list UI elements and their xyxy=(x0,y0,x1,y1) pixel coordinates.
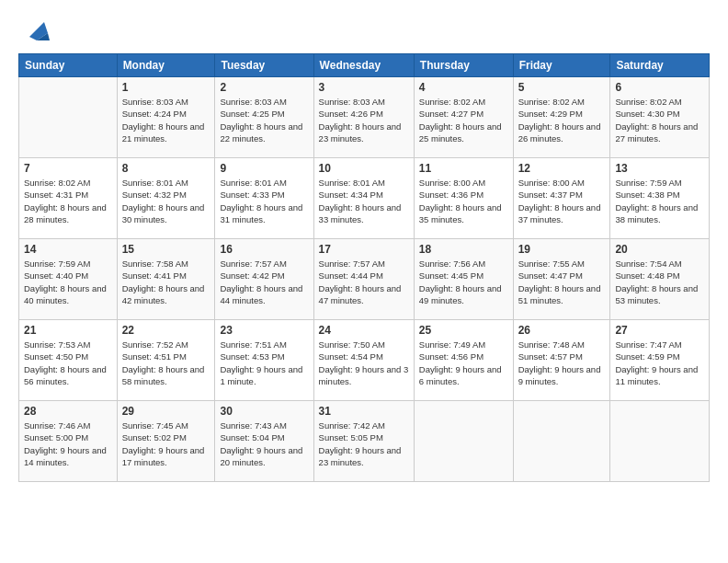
calendar-cell: 8Sunrise: 8:01 AMSunset: 4:32 PMDaylight… xyxy=(117,158,215,239)
calendar-cell: 5Sunrise: 8:02 AMSunset: 4:29 PMDaylight… xyxy=(513,77,610,158)
calendar-cell: 30Sunrise: 7:43 AMSunset: 5:04 PMDayligh… xyxy=(215,401,313,482)
calendar-cell: 26Sunrise: 7:48 AMSunset: 4:57 PMDayligh… xyxy=(513,320,610,401)
calendar-table: SundayMondayTuesdayWednesdayThursdayFrid… xyxy=(18,53,710,482)
weekday-header-thursday: Thursday xyxy=(414,54,513,77)
weekday-header-saturday: Saturday xyxy=(610,54,710,77)
day-info: Sunrise: 7:46 AMSunset: 5:00 PMDaylight:… xyxy=(24,419,112,468)
day-info: Sunrise: 8:02 AMSunset: 4:27 PMDaylight:… xyxy=(419,96,508,144)
day-info: Sunrise: 8:01 AMSunset: 4:33 PMDaylight:… xyxy=(220,177,308,225)
day-info: Sunrise: 7:54 AMSunset: 4:48 PMDaylight:… xyxy=(615,258,704,306)
calendar-cell: 12Sunrise: 8:00 AMSunset: 4:37 PMDayligh… xyxy=(513,158,610,239)
weekday-header-tuesday: Tuesday xyxy=(215,54,313,77)
day-number: 24 xyxy=(319,324,409,337)
day-number: 8 xyxy=(122,162,210,175)
day-number: 30 xyxy=(220,405,308,418)
calendar-cell: 15Sunrise: 7:58 AMSunset: 4:41 PMDayligh… xyxy=(117,239,215,320)
day-number: 6 xyxy=(615,81,704,94)
day-info: Sunrise: 7:50 AMSunset: 4:54 PMDaylight:… xyxy=(319,339,409,387)
day-number: 16 xyxy=(220,243,308,256)
day-info: Sunrise: 8:01 AMSunset: 4:32 PMDaylight:… xyxy=(122,177,210,225)
calendar-cell: 14Sunrise: 7:59 AMSunset: 4:40 PMDayligh… xyxy=(19,239,118,320)
weekday-header-sunday: Sunday xyxy=(19,54,118,77)
day-number: 15 xyxy=(122,243,210,256)
logo-icon xyxy=(22,15,51,44)
calendar-cell: 27Sunrise: 7:47 AMSunset: 4:59 PMDayligh… xyxy=(610,320,710,401)
day-info: Sunrise: 8:00 AMSunset: 4:37 PMDaylight:… xyxy=(518,177,606,225)
calendar-cell: 9Sunrise: 8:01 AMSunset: 4:33 PMDaylight… xyxy=(215,158,313,239)
day-info: Sunrise: 8:03 AMSunset: 4:24 PMDaylight:… xyxy=(122,96,210,144)
day-info: Sunrise: 7:59 AMSunset: 4:40 PMDaylight:… xyxy=(24,258,112,306)
day-info: Sunrise: 8:03 AMSunset: 4:25 PMDaylight:… xyxy=(220,96,308,144)
calendar-cell xyxy=(610,401,710,482)
calendar-cell: 29Sunrise: 7:45 AMSunset: 5:02 PMDayligh… xyxy=(117,401,215,482)
day-number: 29 xyxy=(122,405,210,418)
day-number: 12 xyxy=(518,162,606,175)
calendar-cell: 18Sunrise: 7:56 AMSunset: 4:45 PMDayligh… xyxy=(414,239,513,320)
calendar-cell: 4Sunrise: 8:02 AMSunset: 4:27 PMDaylight… xyxy=(414,77,513,158)
day-number: 5 xyxy=(518,81,606,94)
day-info: Sunrise: 7:49 AMSunset: 4:56 PMDaylight:… xyxy=(419,339,508,387)
calendar-cell xyxy=(414,401,513,482)
day-info: Sunrise: 7:42 AMSunset: 5:05 PMDaylight:… xyxy=(319,419,409,468)
calendar-cell: 20Sunrise: 7:54 AMSunset: 4:48 PMDayligh… xyxy=(610,239,710,320)
calendar-cell: 21Sunrise: 7:53 AMSunset: 4:50 PMDayligh… xyxy=(19,320,118,401)
day-number: 31 xyxy=(319,405,409,418)
day-number: 1 xyxy=(122,81,210,94)
day-info: Sunrise: 8:01 AMSunset: 4:34 PMDaylight:… xyxy=(319,177,409,225)
calendar-cell: 10Sunrise: 8:01 AMSunset: 4:34 PMDayligh… xyxy=(313,158,414,239)
weekday-header-monday: Monday xyxy=(117,54,215,77)
day-number: 22 xyxy=(122,324,210,337)
calendar-cell: 17Sunrise: 7:57 AMSunset: 4:44 PMDayligh… xyxy=(313,239,414,320)
calendar-cell: 1Sunrise: 8:03 AMSunset: 4:24 PMDaylight… xyxy=(117,77,215,158)
day-info: Sunrise: 7:48 AMSunset: 4:57 PMDaylight:… xyxy=(518,339,606,387)
day-number: 20 xyxy=(615,243,704,256)
calendar-header-row: SundayMondayTuesdayWednesdayThursdayFrid… xyxy=(19,54,710,77)
calendar-cell xyxy=(513,401,610,482)
calendar-cell: 25Sunrise: 7:49 AMSunset: 4:56 PMDayligh… xyxy=(414,320,513,401)
day-number: 18 xyxy=(419,243,508,256)
day-info: Sunrise: 7:47 AMSunset: 4:59 PMDaylight:… xyxy=(615,339,704,387)
day-info: Sunrise: 7:57 AMSunset: 4:44 PMDaylight:… xyxy=(319,258,409,306)
day-info: Sunrise: 7:52 AMSunset: 4:51 PMDaylight:… xyxy=(122,339,210,387)
calendar-cell: 11Sunrise: 8:00 AMSunset: 4:36 PMDayligh… xyxy=(414,158,513,239)
day-number: 21 xyxy=(24,324,112,337)
calendar-week-3: 14Sunrise: 7:59 AMSunset: 4:40 PMDayligh… xyxy=(19,239,710,320)
weekday-header-wednesday: Wednesday xyxy=(313,54,414,77)
day-info: Sunrise: 7:56 AMSunset: 4:45 PMDaylight:… xyxy=(419,258,508,306)
day-info: Sunrise: 7:51 AMSunset: 4:53 PMDaylight:… xyxy=(220,339,308,387)
day-number: 3 xyxy=(319,81,409,94)
day-number: 13 xyxy=(615,162,704,175)
logo xyxy=(18,15,51,44)
day-number: 14 xyxy=(24,243,112,256)
day-number: 25 xyxy=(419,324,508,337)
day-number: 9 xyxy=(220,162,308,175)
day-info: Sunrise: 7:43 AMSunset: 5:04 PMDaylight:… xyxy=(220,419,308,468)
calendar-cell: 7Sunrise: 8:02 AMSunset: 4:31 PMDaylight… xyxy=(19,158,118,239)
day-number: 10 xyxy=(319,162,409,175)
day-number: 17 xyxy=(319,243,409,256)
day-number: 7 xyxy=(24,162,112,175)
day-number: 4 xyxy=(419,81,508,94)
calendar-cell: 16Sunrise: 7:57 AMSunset: 4:42 PMDayligh… xyxy=(215,239,313,320)
calendar-cell: 22Sunrise: 7:52 AMSunset: 4:51 PMDayligh… xyxy=(117,320,215,401)
day-number: 11 xyxy=(419,162,508,175)
day-info: Sunrise: 7:59 AMSunset: 4:38 PMDaylight:… xyxy=(615,177,704,225)
day-number: 28 xyxy=(24,405,112,418)
day-info: Sunrise: 7:55 AMSunset: 4:47 PMDaylight:… xyxy=(518,258,606,306)
day-number: 26 xyxy=(518,324,606,337)
day-info: Sunrise: 7:57 AMSunset: 4:42 PMDaylight:… xyxy=(220,258,308,306)
day-info: Sunrise: 8:03 AMSunset: 4:26 PMDaylight:… xyxy=(319,96,409,144)
calendar-cell xyxy=(19,77,118,158)
day-info: Sunrise: 8:02 AMSunset: 4:31 PMDaylight:… xyxy=(24,177,112,225)
day-info: Sunrise: 7:53 AMSunset: 4:50 PMDaylight:… xyxy=(24,339,112,387)
calendar-week-1: 1Sunrise: 8:03 AMSunset: 4:24 PMDaylight… xyxy=(19,77,710,158)
calendar-cell: 13Sunrise: 7:59 AMSunset: 4:38 PMDayligh… xyxy=(610,158,710,239)
day-number: 27 xyxy=(615,324,704,337)
calendar-cell: 28Sunrise: 7:46 AMSunset: 5:00 PMDayligh… xyxy=(19,401,118,482)
calendar-cell: 19Sunrise: 7:55 AMSunset: 4:47 PMDayligh… xyxy=(513,239,610,320)
day-number: 2 xyxy=(220,81,308,94)
day-info: Sunrise: 7:45 AMSunset: 5:02 PMDaylight:… xyxy=(122,419,210,468)
calendar-cell: 24Sunrise: 7:50 AMSunset: 4:54 PMDayligh… xyxy=(313,320,414,401)
calendar-cell: 2Sunrise: 8:03 AMSunset: 4:25 PMDaylight… xyxy=(215,77,313,158)
calendar-cell: 31Sunrise: 7:42 AMSunset: 5:05 PMDayligh… xyxy=(313,401,414,482)
